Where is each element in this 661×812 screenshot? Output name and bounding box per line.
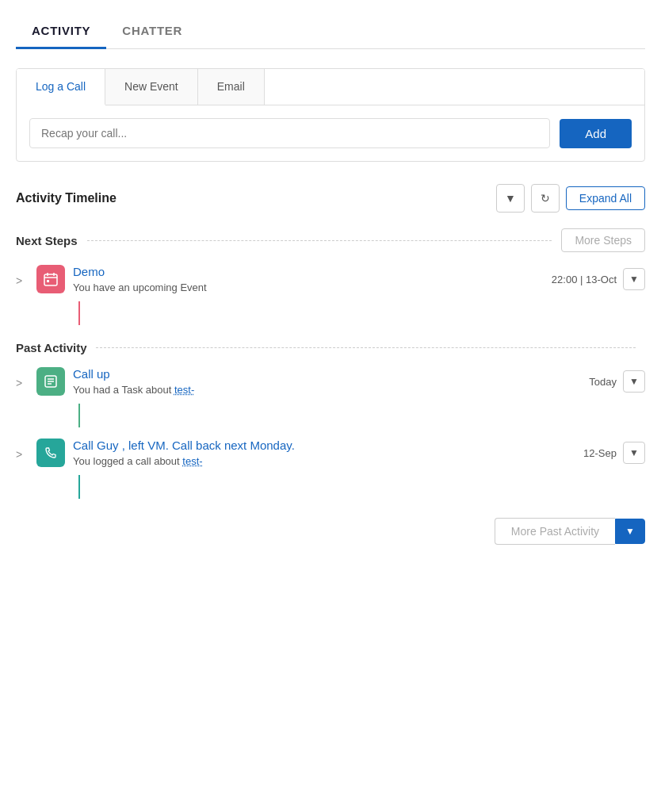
svg-rect-0	[44, 274, 57, 285]
callguy-timeline-line	[78, 475, 80, 499]
more-past-activity-dropdown[interactable]: ▼	[615, 519, 645, 544]
activity-item-callguy: > Call Guy , left VM. Call back next Mon…	[16, 439, 645, 467]
callup-dropdown-btn[interactable]: ▼	[623, 370, 645, 393]
action-tab-log-call[interactable]: Log a Call	[17, 69, 105, 105]
activity-row-demo: Demo You have an upcoming Event 22:00 | …	[73, 265, 645, 293]
callup-subtitle-prefix: You had a Task about	[73, 384, 174, 396]
activity-item-demo: > Demo You have an upcoming Event 22:00 …	[16, 265, 645, 293]
callguy-subtitle: You logged a call about test-	[73, 455, 583, 467]
callguy-dropdown-btn[interactable]: ▼	[623, 442, 645, 464]
action-tab-email[interactable]: Email	[198, 69, 265, 105]
callguy-title[interactable]: Call Guy , left VM. Call back next Monda…	[73, 439, 583, 452]
timeline-title: Activity Timeline	[16, 191, 117, 205]
calendar-icon-demo	[36, 265, 65, 293]
activity-main-demo: Demo You have an upcoming Event	[73, 265, 552, 293]
demo-dropdown-btn[interactable]: ▼	[623, 268, 645, 290]
filter-icon: ▼	[505, 192, 516, 205]
demo-title[interactable]: Demo	[73, 265, 552, 278]
callup-subtitle-link[interactable]: test-	[174, 384, 194, 396]
chevron-icon-callguy[interactable]: >	[16, 439, 29, 461]
callguy-date: 12-Sep	[583, 447, 617, 459]
past-activity-header: Past Activity	[16, 341, 645, 354]
callup-date: Today	[589, 376, 617, 388]
more-past-activity-button[interactable]: More Past Activity	[495, 518, 615, 545]
activity-row-callup: Call up You had a Task about test- Today…	[73, 367, 645, 396]
callguy-timeline-line-wrap	[65, 475, 645, 499]
callup-timeline-line	[78, 404, 80, 427]
callup-title[interactable]: Call up	[73, 367, 589, 381]
past-activity-section: Past Activity > Call up You had a Task a…	[16, 341, 645, 545]
demo-timeline-line-wrap	[65, 301, 645, 325]
more-past-activity-row: More Past Activity ▼	[16, 518, 645, 545]
callguy-subtitle-prefix: You logged a call about	[73, 455, 182, 467]
callup-subtitle: You had a Task about test-	[73, 384, 589, 396]
more-past-dropdown-icon: ▼	[625, 526, 635, 537]
activity-content-callup: Call up You had a Task about test- Today…	[73, 367, 645, 396]
demo-timeline-line	[78, 301, 80, 325]
expand-all-button[interactable]: Expand All	[566, 186, 645, 210]
refresh-icon: ↻	[541, 192, 550, 205]
svg-rect-4	[47, 280, 49, 282]
header-actions: ▼ ↻ Expand All	[496, 184, 645, 213]
refresh-button[interactable]: ↻	[531, 184, 560, 213]
past-activity-label: Past Activity	[16, 341, 86, 354]
tab-activity[interactable]: ACTIVITY	[16, 14, 106, 49]
activity-content-demo: Demo You have an upcoming Event 22:00 | …	[73, 265, 645, 293]
task-icon-callup	[36, 367, 65, 396]
callguy-subtitle-link[interactable]: test-	[182, 455, 202, 467]
main-tabs: ACTIVITY CHATTER	[16, 0, 645, 49]
next-steps-divider	[87, 240, 552, 241]
add-button[interactable]: Add	[560, 119, 632, 148]
next-steps-header: Next Steps More Steps	[16, 228, 645, 252]
chevron-icon-demo[interactable]: >	[16, 265, 29, 287]
chevron-icon-callup[interactable]: >	[16, 367, 29, 389]
action-tab-new-event[interactable]: New Event	[105, 69, 198, 105]
action-body: Add	[17, 105, 644, 161]
filter-button[interactable]: ▼	[496, 184, 525, 213]
action-tabs: Log a Call New Event Email	[17, 69, 644, 105]
activity-main-callup: Call up You had a Task about test-	[73, 367, 589, 396]
demo-date: 22:00 | 13-Oct	[552, 274, 617, 285]
activity-row-callguy: Call Guy , left VM. Call back next Monda…	[73, 439, 645, 467]
callup-timeline-line-wrap	[65, 404, 645, 427]
next-steps-label: Next Steps	[16, 234, 78, 247]
more-steps-button[interactable]: More Steps	[561, 228, 645, 252]
activity-item-callup: > Call up You had a Task about test- Tod…	[16, 367, 645, 396]
activity-main-callguy: Call Guy , left VM. Call back next Monda…	[73, 439, 583, 467]
call-icon-callguy	[36, 439, 65, 467]
action-card: Log a Call New Event Email Add	[16, 68, 645, 162]
past-activity-divider	[96, 347, 636, 348]
tab-chatter[interactable]: CHATTER	[106, 14, 198, 49]
activity-content-callguy: Call Guy , left VM. Call back next Monda…	[73, 439, 645, 467]
activity-timeline-header: Activity Timeline ▼ ↻ Expand All	[16, 184, 645, 213]
demo-subtitle: You have an upcoming Event	[73, 282, 552, 293]
recap-input[interactable]	[29, 118, 550, 148]
